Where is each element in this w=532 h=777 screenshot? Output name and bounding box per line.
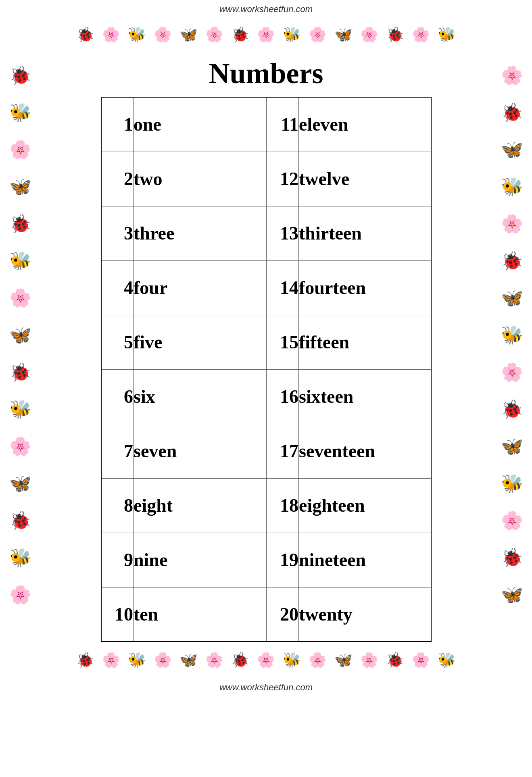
word-right: seventeen <box>299 424 431 478</box>
number-right: 17 <box>267 424 299 478</box>
number-right: 14 <box>267 260 299 315</box>
number-right: 20 <box>267 587 299 642</box>
word-left: ten <box>134 587 267 642</box>
numbers-table: 1one11eleven2two12twelve3three13thirteen… <box>101 97 432 642</box>
bottom-border-icon: 🐝 <box>280 646 305 675</box>
right-border-icon: 🌸 <box>501 67 523 84</box>
number-left: 4 <box>101 260 134 315</box>
top-border-icon: 🌸 <box>305 20 330 49</box>
top-border-icon: 🌸 <box>202 20 227 49</box>
right-border-icon: 🐞 <box>501 549 523 567</box>
table-row: 4four14fourteen <box>101 260 431 315</box>
top-border-icon: 🐞 <box>383 20 408 49</box>
word-right: fourteen <box>299 260 431 315</box>
number-right: 13 <box>267 206 299 260</box>
word-left: five <box>134 315 267 369</box>
right-border-icon: 🌸 <box>501 363 523 381</box>
layout-middle: 🐞🐝🌸🦋🐞🐝🌸🦋🐞🐝🌸🦋🐞🐝🌸 Numbers 1one11eleven2two… <box>0 53 532 642</box>
number-left: 5 <box>101 315 134 369</box>
top-border-icon: 🌸 <box>254 20 279 49</box>
word-left: four <box>134 260 267 315</box>
table-row: 3three13thirteen <box>101 206 431 260</box>
number-left: 8 <box>101 478 134 533</box>
number-right: 16 <box>267 369 299 424</box>
table-row: 9nine19nineteen <box>101 533 431 587</box>
top-border-icon: 🐞 <box>228 20 253 49</box>
number-left: 7 <box>101 424 134 478</box>
bottom-border-icon: 🐞 <box>228 646 253 675</box>
number-right: 12 <box>267 152 299 206</box>
page-wrapper: www.worksheetfun.com 🐞🌸🐝🌸🦋🌸🐞🌸🐝🌸🦋🌸🐞🌸🐝 🐞🐝🌸… <box>0 0 532 698</box>
table-row: 1one11eleven <box>101 97 431 152</box>
word-right: thirteen <box>299 206 431 260</box>
left-border-icon: 🌸 <box>9 586 31 604</box>
bottom-border-icon: 🌸 <box>357 646 382 675</box>
top-border-icon: 🌸 <box>357 20 382 49</box>
center-content: Numbers 1one11eleven2two12twelve3three13… <box>40 53 492 642</box>
word-right: twelve <box>299 152 431 206</box>
word-right: sixteen <box>299 369 431 424</box>
word-right: eighteen <box>299 478 431 533</box>
top-border-icon: 🦋 <box>176 20 201 49</box>
table-row: 5five15fifteen <box>101 315 431 369</box>
bottom-border-strip: 🐞🌸🐝🌸🦋🌸🐞🌸🐝🌸🦋🌸🐞🌸🐝 <box>0 642 532 678</box>
page-title: Numbers <box>209 57 323 90</box>
bottom-border-icon: 🌸 <box>150 646 175 675</box>
top-border-icon: 🐝 <box>434 20 459 49</box>
left-border-icon: 🐝 <box>9 400 31 418</box>
right-border-icon: 🐝 <box>501 178 523 196</box>
word-right: twenty <box>299 587 431 642</box>
number-right: 11 <box>267 97 299 152</box>
left-border-icon: 🌸 <box>9 437 31 455</box>
bottom-border-icon: 🌸 <box>99 646 124 675</box>
left-border-icon: 🐞 <box>9 363 31 381</box>
top-border-icon: 🌸 <box>99 20 124 49</box>
left-border-icon: 🦋 <box>9 326 31 344</box>
right-border-icon: 🌸 <box>501 512 523 529</box>
bottom-border-icon: 🐝 <box>434 646 459 675</box>
word-left: one <box>134 97 267 152</box>
left-border-icon: 🐞 <box>9 215 31 233</box>
table-row: 8eight18eighteen <box>101 478 431 533</box>
top-border-icon: 🌸 <box>150 20 175 49</box>
left-border-icon: 🐞 <box>9 67 31 84</box>
right-border-icon: 🌸 <box>501 215 523 233</box>
number-left: 1 <box>101 97 134 152</box>
right-border: 🌸🐞🦋🐝🌸🐞🦋🐝🌸🐞🦋🐝🌸🐞🦋 <box>492 53 532 617</box>
bottom-border-icon: 🐞 <box>73 646 98 675</box>
number-left: 9 <box>101 533 134 587</box>
right-border-icon: 🦋 <box>501 141 523 158</box>
right-border-icon: 🦋 <box>501 586 523 604</box>
top-border-icon: 🐝 <box>280 20 305 49</box>
right-border-icon: 🐞 <box>501 252 523 270</box>
left-border-icon: 🦋 <box>9 178 31 196</box>
number-left: 3 <box>101 206 134 260</box>
bottom-border-icon: 🌸 <box>254 646 279 675</box>
number-left: 6 <box>101 369 134 424</box>
bottom-border-icon: 🐝 <box>125 646 150 675</box>
footer-url: www.worksheetfun.com <box>219 678 313 698</box>
number-left: 2 <box>101 152 134 206</box>
bottom-border-icon: 🌸 <box>409 646 434 675</box>
left-border-icon: 🌸 <box>9 289 31 307</box>
right-border-icon: 🦋 <box>501 289 523 307</box>
number-left: 10 <box>101 587 134 642</box>
header-url: www.worksheetfun.com <box>219 0 313 17</box>
top-border-icon: 🐞 <box>73 20 98 49</box>
left-border: 🐞🐝🌸🦋🐞🐝🌸🦋🐞🐝🌸🦋🐞🐝🌸 <box>0 53 40 617</box>
word-left: two <box>134 152 267 206</box>
table-row: 10ten20twenty <box>101 587 431 642</box>
right-border-icon: 🐝 <box>501 475 523 492</box>
table-row: 6six16sixteen <box>101 369 431 424</box>
word-left: nine <box>134 533 267 587</box>
right-border-icon: 🦋 <box>501 437 523 455</box>
left-border-icon: 🦋 <box>9 475 31 492</box>
left-border-icon: 🌸 <box>9 141 31 158</box>
right-border-icon: 🐞 <box>501 400 523 418</box>
right-border-icon: 🐞 <box>501 104 523 121</box>
bottom-border-icon: 🌸 <box>305 646 330 675</box>
word-left: seven <box>134 424 267 478</box>
word-right: eleven <box>299 97 431 152</box>
word-left: six <box>134 369 267 424</box>
top-border-icon: 🦋 <box>331 20 356 49</box>
